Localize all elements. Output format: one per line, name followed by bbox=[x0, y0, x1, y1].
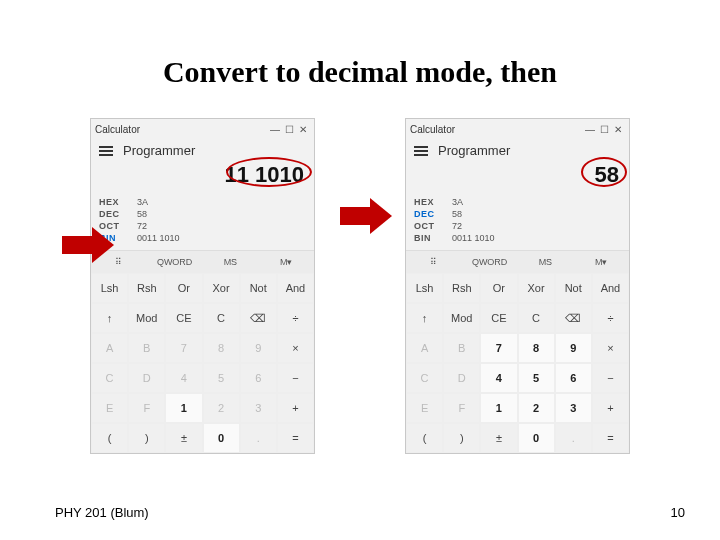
key-back[interactable]: ⌫ bbox=[240, 303, 277, 333]
key-mod[interactable]: Mod bbox=[128, 303, 165, 333]
bitgrid-button[interactable]: ⠿ bbox=[406, 251, 462, 273]
key-or[interactable]: Or bbox=[480, 273, 517, 303]
key-rpar[interactable]: ) bbox=[128, 423, 165, 453]
key-div[interactable]: ÷ bbox=[277, 303, 314, 333]
key-9[interactable]: 9 bbox=[240, 333, 277, 363]
key-add[interactable]: + bbox=[277, 393, 314, 423]
key-1[interactable]: 1 bbox=[165, 393, 202, 423]
key-c2[interactable]: C bbox=[91, 363, 128, 393]
close-button[interactable]: ✕ bbox=[611, 124, 625, 135]
key-and[interactable]: And bbox=[277, 273, 314, 303]
key-6[interactable]: 6 bbox=[555, 363, 592, 393]
key-7[interactable]: 7 bbox=[480, 333, 517, 363]
key-4[interactable]: 4 bbox=[165, 363, 202, 393]
key-7[interactable]: 7 bbox=[165, 333, 202, 363]
close-button[interactable]: ✕ bbox=[296, 124, 310, 135]
base-dec[interactable]: DEC58 bbox=[99, 208, 306, 220]
memory-menu-button[interactable]: M▾ bbox=[573, 251, 629, 273]
base-dec[interactable]: DEC58 bbox=[414, 208, 621, 220]
key-eq[interactable]: = bbox=[592, 423, 629, 453]
memory-menu-button[interactable]: M▾ bbox=[258, 251, 314, 273]
key-9[interactable]: 9 bbox=[555, 333, 592, 363]
key-f[interactable]: F bbox=[128, 393, 165, 423]
key-mod[interactable]: Mod bbox=[443, 303, 480, 333]
key-e[interactable]: E bbox=[91, 393, 128, 423]
key-2[interactable]: 2 bbox=[203, 393, 240, 423]
keypad: Lsh Rsh Or Xor Not And ↑ Mod CE C ⌫ ÷ A … bbox=[406, 273, 629, 453]
maximize-button[interactable]: ☐ bbox=[597, 124, 611, 135]
key-neg[interactable]: ± bbox=[480, 423, 517, 453]
key-div[interactable]: ÷ bbox=[592, 303, 629, 333]
key-not[interactable]: Not bbox=[555, 273, 592, 303]
key-0[interactable]: 0 bbox=[518, 423, 555, 453]
base-hex[interactable]: HEX3A bbox=[414, 196, 621, 208]
memory-store-button[interactable]: MS bbox=[203, 251, 259, 273]
minimize-button[interactable]: — bbox=[268, 124, 282, 135]
key-3[interactable]: 3 bbox=[240, 393, 277, 423]
key-e[interactable]: E bbox=[406, 393, 443, 423]
maximize-button[interactable]: ☐ bbox=[282, 124, 296, 135]
key-neg[interactable]: ± bbox=[165, 423, 202, 453]
key-5[interactable]: 5 bbox=[203, 363, 240, 393]
key-3[interactable]: 3 bbox=[555, 393, 592, 423]
key-8[interactable]: 8 bbox=[203, 333, 240, 363]
base-bin[interactable]: BIN0011 1010 bbox=[99, 232, 306, 244]
key-xor[interactable]: Xor bbox=[203, 273, 240, 303]
key-sub[interactable]: − bbox=[277, 363, 314, 393]
key-a[interactable]: A bbox=[91, 333, 128, 363]
key-up[interactable]: ↑ bbox=[91, 303, 128, 333]
key-lpar[interactable]: ( bbox=[91, 423, 128, 453]
base-hex[interactable]: HEX3A bbox=[99, 196, 306, 208]
key-xor[interactable]: Xor bbox=[518, 273, 555, 303]
key-8[interactable]: 8 bbox=[518, 333, 555, 363]
key-4[interactable]: 4 bbox=[480, 363, 517, 393]
word-size-button[interactable]: QWORD bbox=[147, 251, 203, 273]
memory-store-button[interactable]: MS bbox=[518, 251, 574, 273]
base-bin[interactable]: BIN0011 1010 bbox=[414, 232, 621, 244]
menu-icon[interactable] bbox=[414, 146, 428, 156]
key-mul[interactable]: × bbox=[592, 333, 629, 363]
key-lsh[interactable]: Lsh bbox=[91, 273, 128, 303]
key-up[interactable]: ↑ bbox=[406, 303, 443, 333]
menu-icon[interactable] bbox=[99, 146, 113, 156]
base-value: 0011 1010 bbox=[452, 233, 495, 243]
key-d[interactable]: D bbox=[443, 363, 480, 393]
word-size-button[interactable]: QWORD bbox=[462, 251, 518, 273]
key-ce[interactable]: CE bbox=[165, 303, 202, 333]
key-1[interactable]: 1 bbox=[480, 393, 517, 423]
key-dot[interactable]: . bbox=[240, 423, 277, 453]
key-or[interactable]: Or bbox=[165, 273, 202, 303]
key-d[interactable]: D bbox=[128, 363, 165, 393]
key-rpar[interactable]: ) bbox=[443, 423, 480, 453]
key-rsh[interactable]: Rsh bbox=[128, 273, 165, 303]
key-c[interactable]: C bbox=[203, 303, 240, 333]
display-value: 58 bbox=[595, 162, 619, 187]
key-dot[interactable]: . bbox=[555, 423, 592, 453]
key-mul[interactable]: × bbox=[277, 333, 314, 363]
key-c[interactable]: C bbox=[518, 303, 555, 333]
key-0[interactable]: 0 bbox=[203, 423, 240, 453]
key-5[interactable]: 5 bbox=[518, 363, 555, 393]
mode-row: Programmer bbox=[406, 139, 629, 158]
key-2[interactable]: 2 bbox=[518, 393, 555, 423]
key-and[interactable]: And bbox=[592, 273, 629, 303]
key-6[interactable]: 6 bbox=[240, 363, 277, 393]
base-oct[interactable]: OCT72 bbox=[99, 220, 306, 232]
base-oct[interactable]: OCT72 bbox=[414, 220, 621, 232]
base-label: HEX bbox=[414, 197, 442, 207]
key-sub[interactable]: − bbox=[592, 363, 629, 393]
minimize-button[interactable]: — bbox=[583, 124, 597, 135]
key-b[interactable]: B bbox=[443, 333, 480, 363]
key-add[interactable]: + bbox=[592, 393, 629, 423]
key-not[interactable]: Not bbox=[240, 273, 277, 303]
key-lsh[interactable]: Lsh bbox=[406, 273, 443, 303]
key-back[interactable]: ⌫ bbox=[555, 303, 592, 333]
key-eq[interactable]: = bbox=[277, 423, 314, 453]
key-f[interactable]: F bbox=[443, 393, 480, 423]
key-c2[interactable]: C bbox=[406, 363, 443, 393]
key-rsh[interactable]: Rsh bbox=[443, 273, 480, 303]
key-ce[interactable]: CE bbox=[480, 303, 517, 333]
key-b[interactable]: B bbox=[128, 333, 165, 363]
key-lpar[interactable]: ( bbox=[406, 423, 443, 453]
key-a[interactable]: A bbox=[406, 333, 443, 363]
